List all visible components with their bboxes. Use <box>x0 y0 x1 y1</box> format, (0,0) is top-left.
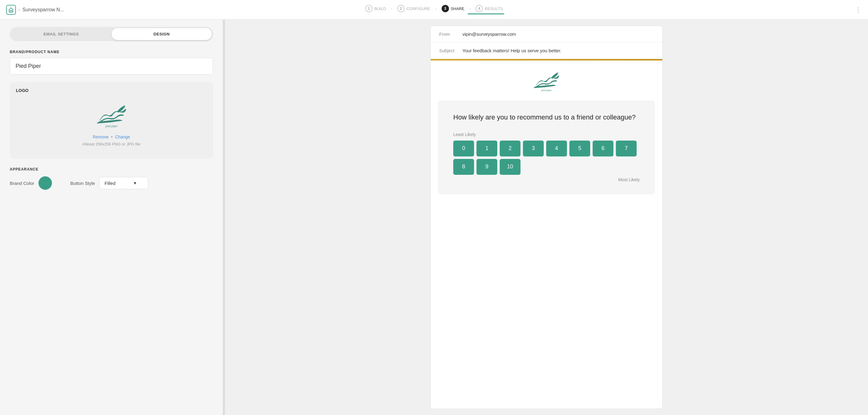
tab-email-settings[interactable]: EMAIL SETTINGS <box>11 28 112 40</box>
from-value: vipin@surveysparrow.com <box>462 31 516 37</box>
tabs-container: EMAIL SETTINGS DESIGN <box>10 27 213 41</box>
email-pied-piper-logo: pied piper <box>531 70 562 93</box>
logo-section-label: LOGO <box>16 88 207 93</box>
step-share[interactable]: 3 SHARE <box>438 5 468 12</box>
change-logo-button[interactable]: Change <box>115 134 130 139</box>
brand-color-item: Brand Color <box>10 176 52 190</box>
scale-button-8[interactable]: 8 <box>453 159 474 175</box>
step-build-number: 1 <box>365 5 373 12</box>
step-share-label: SHARE <box>451 6 465 11</box>
top-nav: › Surveysparrow N... 1 BUILD › 2 CONFIGU… <box>0 0 868 20</box>
svg-text:pied piper: pied piper <box>105 124 118 128</box>
step-chevron-3: › <box>469 6 471 11</box>
logo-hint: Atleast 256x256 PNG or JPG file <box>83 142 140 147</box>
logo-actions: Remove • Change <box>93 134 130 139</box>
scale-button-10[interactable]: 10 <box>500 159 521 175</box>
brand-color-picker[interactable] <box>38 176 52 190</box>
more-options-button[interactable]: ⋮ <box>855 6 862 13</box>
brand-name-input[interactable] <box>10 58 213 74</box>
step-build-label: BUILD <box>374 6 386 11</box>
main-layout: EMAIL SETTINGS DESIGN BRAND/PRODUCT NAME… <box>0 20 868 415</box>
from-label: From <box>439 31 458 37</box>
scale-button-7[interactable]: 7 <box>616 140 637 156</box>
remove-logo-button[interactable]: Remove <box>93 134 108 139</box>
step-build[interactable]: 1 BUILD <box>362 5 390 12</box>
logo-separator: • <box>111 134 113 139</box>
step-results-number: 4 <box>475 5 483 12</box>
email-from-row: From vipin@surveysparrow.com <box>431 26 662 42</box>
step-results[interactable]: 4 RESULTS <box>472 5 506 12</box>
step-configure-label: CONFIGURE <box>406 6 430 11</box>
logo-img-area: pied piper <box>93 104 130 130</box>
step-share-number: 3 <box>442 5 449 12</box>
most-likely-label: Most Likely <box>453 177 640 182</box>
scale-button-3[interactable]: 3 <box>523 140 544 156</box>
stepper-row: 1 BUILD › 2 CONFIGURE › 3 SHARE › 4 RESU… <box>362 5 506 12</box>
scale-button-9[interactable]: 9 <box>476 159 497 175</box>
logo-section: LOGO <box>10 82 213 159</box>
survey-scale: 012345678910 <box>453 140 640 175</box>
subject-value: Your feedback matters! Help us serve you… <box>462 48 561 53</box>
tab-design[interactable]: DESIGN <box>112 28 212 40</box>
step-configure[interactable]: 2 CONFIGURE <box>394 5 434 12</box>
step-results-label: RESULTS <box>485 6 503 11</box>
email-subject-row: Subject Your feedback matters! Help us s… <box>431 42 662 59</box>
scale-button-5[interactable]: 5 <box>569 140 590 156</box>
stepper-active-indicator <box>468 13 504 14</box>
nav-title: Surveysparrow N... <box>22 7 64 12</box>
button-style-label: Button Style <box>70 181 95 186</box>
right-panel: From vipin@surveysparrow.com Subject You… <box>225 20 868 415</box>
subject-label: Subject <box>439 48 458 53</box>
appearance-section-label: APPEARANCE <box>10 167 213 171</box>
brand-section-label: BRAND/PRODUCT NAME <box>10 50 213 54</box>
pied-piper-logo-svg: pied piper <box>93 104 130 128</box>
left-panel: EMAIL SETTINGS DESIGN BRAND/PRODUCT NAME… <box>0 20 223 415</box>
home-button[interactable] <box>6 5 16 15</box>
brand-color-label: Brand Color <box>10 181 34 186</box>
button-style-select[interactable]: Filled ▾ <box>99 177 148 189</box>
least-likely-label: Least Likely <box>453 132 640 137</box>
button-style-item: Button Style Filled ▾ <box>70 177 148 189</box>
scale-button-6[interactable]: 6 <box>593 140 613 156</box>
appearance-row: Brand Color Button Style Filled ▾ <box>10 176 213 190</box>
stepper: 1 BUILD › 2 CONFIGURE › 3 SHARE › 4 RESU… <box>362 5 506 14</box>
svg-text:pied piper: pied piper <box>541 89 552 92</box>
logo-preview: pied piper Remove • Change Atleast 256x2… <box>16 98 207 153</box>
nav-chevron-icon: › <box>18 7 20 12</box>
scale-button-4[interactable]: 4 <box>546 140 567 156</box>
email-survey-area: How likely are you to recommend us to a … <box>438 100 655 194</box>
scale-button-0[interactable]: 0 <box>453 140 474 156</box>
step-chevron-1: › <box>391 6 393 11</box>
email-preview: From vipin@surveysparrow.com Subject You… <box>430 26 662 409</box>
survey-question: How likely are you to recommend us to a … <box>453 113 640 122</box>
step-configure-number: 2 <box>397 5 405 12</box>
appearance-section: APPEARANCE Brand Color Button Style Fill… <box>10 167 213 190</box>
email-logo-area: pied piper <box>431 61 662 100</box>
chevron-down-icon: ▾ <box>134 180 136 186</box>
button-style-value: Filled <box>104 181 116 186</box>
scale-button-2[interactable]: 2 <box>500 140 521 156</box>
step-chevron-2: › <box>435 6 437 11</box>
scale-button-1[interactable]: 1 <box>476 140 497 156</box>
